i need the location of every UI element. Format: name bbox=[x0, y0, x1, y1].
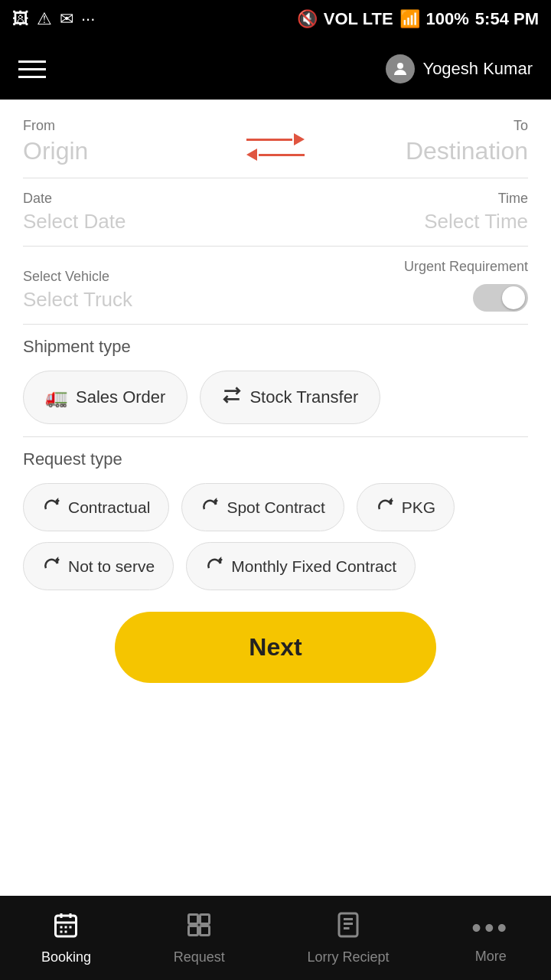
battery-icon: 100% bbox=[426, 9, 469, 29]
bottom-nav: Booking Request Lorry Reciept ••• More bbox=[0, 896, 551, 980]
cycle-icon-2 bbox=[201, 496, 219, 518]
svg-rect-6 bbox=[65, 926, 67, 928]
shipment-type-section: Shipment type 🚛 Sales Order Stock Transf… bbox=[23, 337, 528, 424]
gallery-icon: 🖼 bbox=[12, 9, 29, 29]
vehicle-section[interactable]: Select Vehicle Select Truck bbox=[23, 269, 276, 312]
spot-contract-label: Spot Contract bbox=[227, 498, 324, 517]
user-info: Yogesh Kumar bbox=[386, 54, 533, 83]
nav-item-booking[interactable]: Booking bbox=[41, 911, 91, 965]
vehicle-label: Select Vehicle bbox=[23, 269, 276, 285]
main-content: From Origin To Destination Date bbox=[0, 100, 551, 717]
monthly-fixed-button[interactable]: Monthly Fixed Contract bbox=[186, 542, 416, 590]
booking-icon bbox=[52, 911, 80, 945]
from-section[interactable]: From Origin bbox=[23, 118, 234, 165]
not-to-serve-label: Not to serve bbox=[68, 557, 155, 576]
time-section[interactable]: Time Select Time bbox=[276, 191, 528, 234]
vehicle-row: Select Vehicle Select Truck Urgent Requi… bbox=[23, 259, 528, 312]
time-input[interactable]: Select Time bbox=[276, 210, 528, 234]
contractual-label: Contractual bbox=[68, 498, 150, 517]
divider-2 bbox=[23, 246, 528, 247]
svg-rect-11 bbox=[201, 914, 210, 923]
pkg-button[interactable]: PKG bbox=[357, 483, 455, 531]
transfer-icon bbox=[222, 385, 242, 410]
network-icon: VOL LTE bbox=[324, 9, 393, 29]
nav-more-label: More bbox=[475, 949, 507, 965]
truck-icon: 🚛 bbox=[45, 387, 68, 408]
urgent-label: Urgent Requirement bbox=[404, 259, 528, 275]
divider-1 bbox=[23, 178, 528, 178]
dots-icon: ··· bbox=[81, 9, 95, 29]
time-display: 5:54 PM bbox=[475, 9, 539, 29]
contractual-button[interactable]: Contractual bbox=[23, 483, 169, 531]
nav-request-label: Request bbox=[174, 949, 225, 965]
monthly-fixed-label: Monthly Fixed Contract bbox=[231, 557, 396, 576]
request-section-title: Request type bbox=[23, 449, 528, 469]
more-icon: ••• bbox=[471, 912, 510, 944]
stock-transfer-label: Stock Transfer bbox=[249, 387, 358, 407]
svg-rect-5 bbox=[60, 926, 63, 928]
cycle-icon-3 bbox=[376, 496, 394, 518]
to-label: To bbox=[317, 118, 528, 134]
cycle-icon-1 bbox=[42, 496, 60, 518]
svg-rect-13 bbox=[201, 926, 210, 935]
svg-rect-7 bbox=[70, 926, 72, 928]
next-btn-container: Next bbox=[23, 612, 528, 683]
mute-icon: 🔇 bbox=[297, 9, 318, 29]
urgent-section: Urgent Requirement bbox=[276, 259, 528, 312]
nav-item-request[interactable]: Request bbox=[174, 911, 225, 965]
svg-point-0 bbox=[397, 63, 403, 69]
divider-3 bbox=[23, 324, 528, 325]
pkg-label: PKG bbox=[402, 498, 435, 517]
urgent-toggle[interactable] bbox=[473, 284, 528, 312]
to-input[interactable]: Destination bbox=[317, 137, 528, 165]
time-label: Time bbox=[276, 191, 528, 207]
svg-rect-8 bbox=[60, 930, 63, 933]
hamburger-menu[interactable] bbox=[18, 60, 46, 78]
cycle-icon-4 bbox=[42, 555, 60, 577]
nav-lorry-receipt-label: Lorry Reciept bbox=[307, 949, 389, 965]
request-row-1: Contractual Spot Contract PKG bbox=[23, 483, 528, 531]
shipment-section-title: Shipment type bbox=[23, 337, 528, 357]
from-to-row: From Origin To Destination bbox=[23, 118, 528, 165]
sales-order-label: Sales Order bbox=[76, 387, 165, 407]
lorry-receipt-icon bbox=[334, 911, 362, 945]
alert-icon: ⚠ bbox=[37, 9, 52, 29]
to-section[interactable]: To Destination bbox=[317, 118, 528, 165]
toggle-knob bbox=[502, 286, 525, 309]
date-time-row: Date Select Date Time Select Time bbox=[23, 191, 528, 234]
shipment-button-row: 🚛 Sales Order Stock Transfer bbox=[23, 371, 528, 424]
from-label: From bbox=[23, 118, 234, 134]
from-input[interactable]: Origin bbox=[23, 137, 234, 165]
cycle-icon-5 bbox=[205, 555, 223, 577]
svg-rect-12 bbox=[189, 926, 198, 935]
nav-item-lorry-receipt[interactable]: Lorry Reciept bbox=[307, 911, 389, 965]
nav-item-more[interactable]: ••• More bbox=[471, 912, 510, 965]
stock-transfer-button[interactable]: Stock Transfer bbox=[200, 371, 380, 424]
avatar bbox=[386, 54, 415, 83]
sales-order-button[interactable]: 🚛 Sales Order bbox=[23, 371, 187, 424]
spot-contract-button[interactable]: Spot Contract bbox=[181, 483, 344, 531]
status-icons: 🖼 ⚠ ✉ ··· bbox=[12, 9, 95, 29]
divider-4 bbox=[23, 436, 528, 437]
request-row-2: Not to serve Monthly Fixed Contract bbox=[23, 542, 528, 590]
request-icon bbox=[185, 911, 213, 945]
svg-rect-9 bbox=[65, 930, 67, 933]
not-to-serve-button[interactable]: Not to serve bbox=[23, 542, 174, 590]
vehicle-input[interactable]: Select Truck bbox=[23, 288, 276, 312]
request-type-section: Request type Contractual Spot Contract bbox=[23, 449, 528, 590]
user-name: Yogesh Kumar bbox=[422, 59, 533, 79]
wifi-icon: 📶 bbox=[399, 9, 420, 29]
app-header: Yogesh Kumar bbox=[0, 38, 551, 100]
nav-booking-label: Booking bbox=[41, 949, 91, 965]
date-section[interactable]: Date Select Date bbox=[23, 191, 276, 234]
status-bar: 🖼 ⚠ ✉ ··· 🔇 VOL LTE 📶 100% 5:54 PM bbox=[0, 0, 551, 38]
status-right: 🔇 VOL LTE 📶 100% 5:54 PM bbox=[297, 9, 539, 29]
swap-arrow[interactable] bbox=[234, 118, 317, 161]
date-input[interactable]: Select Date bbox=[23, 210, 276, 234]
mail-icon: ✉ bbox=[60, 9, 73, 29]
next-button[interactable]: Next bbox=[115, 612, 436, 683]
date-label: Date bbox=[23, 191, 276, 207]
svg-rect-10 bbox=[189, 914, 198, 923]
